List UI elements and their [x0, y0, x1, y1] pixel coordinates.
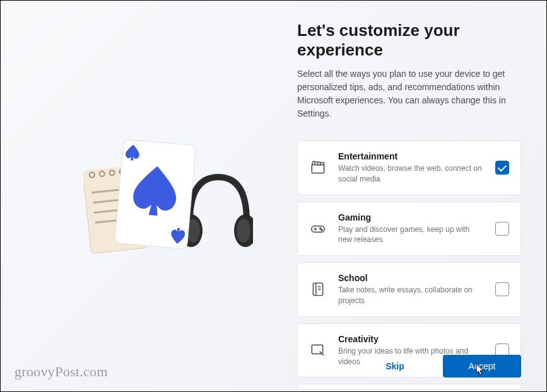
accept-button[interactable]: Accept — [443, 355, 521, 378]
option-text: Entertainment Watch videos, browse the w… — [338, 151, 484, 185]
option-title: School — [338, 273, 484, 283]
option-partial-next — [297, 384, 521, 389]
watermark: groovyPost.com — [15, 364, 108, 380]
illustration-pane — [1, 1, 291, 391]
option-checkbox[interactable] — [495, 161, 509, 175]
option-school[interactable]: School Take notes, write essays, collabo… — [297, 262, 521, 317]
option-title: Creativity — [338, 334, 484, 344]
page-title: Let's customize your experience — [297, 21, 521, 60]
illustration — [64, 120, 253, 272]
option-entertainment[interactable]: Entertainment Watch videos, browse the w… — [297, 141, 521, 195]
option-title: Entertainment — [338, 151, 484, 161]
pen-tablet-icon — [309, 342, 327, 359]
content-pane: Let's customize your experience Select a… — [291, 1, 546, 391]
oobe-customize-screen: Let's customize your experience Select a… — [1, 1, 546, 391]
option-desc: Watch videos, browse the web, connect on… — [338, 163, 484, 185]
notebook-icon — [309, 280, 327, 298]
svg-point-18 — [320, 228, 321, 229]
option-text: Gaming Play and discover games, keep up … — [338, 212, 484, 246]
option-desc: Take notes, write essays, collaborate on… — [338, 285, 484, 306]
option-checkbox[interactable] — [495, 222, 509, 236]
option-checkbox[interactable] — [495, 282, 509, 296]
skip-button[interactable]: Skip — [356, 355, 434, 378]
clapperboard-icon — [309, 159, 327, 176]
options-list: Entertainment Watch videos, browse the w… — [297, 141, 521, 389]
svg-point-19 — [321, 229, 322, 231]
option-gaming[interactable]: Gaming Play and discover games, keep up … — [297, 202, 521, 257]
svg-rect-16 — [312, 165, 324, 173]
footer-actions: Skip Accept — [356, 355, 521, 378]
option-desc: Play and discover games, keep up with ne… — [338, 224, 484, 246]
gamepad-icon — [309, 220, 327, 238]
option-text: School Take notes, write essays, collabo… — [338, 273, 484, 306]
svg-point-14 — [237, 219, 250, 243]
page-subtitle: Select all the ways you plan to use your… — [297, 67, 521, 120]
option-title: Gaming — [338, 212, 484, 222]
